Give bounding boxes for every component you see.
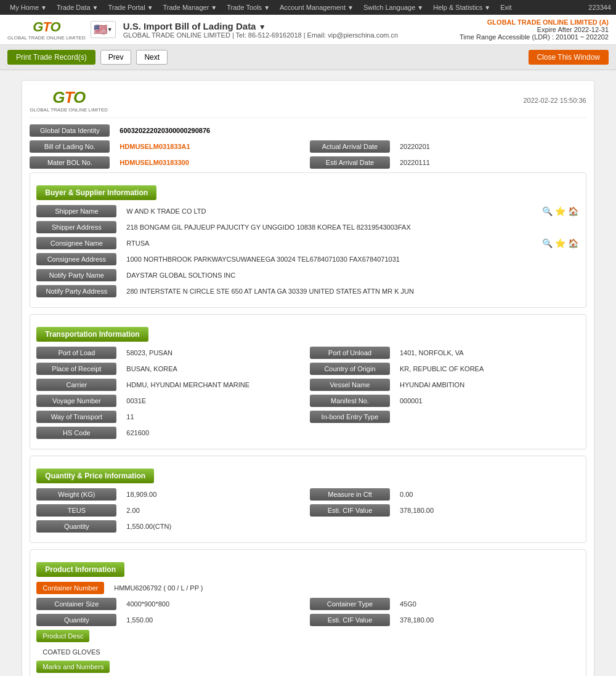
port-of-unload-pair: Port of Unload 1401, NORFOLK, VA [310, 347, 580, 359]
weight-kg-label: Weight (KG) [36, 488, 116, 501]
container-size-value: 4000*900*800 [120, 598, 306, 610]
vessel-name-label: Vessel Name [310, 379, 390, 391]
way-of-transport-label: Way of Transport [36, 411, 116, 423]
container-number-button[interactable]: Container Number [36, 582, 104, 594]
teus-cif-row: TEUS 2.00 Esti. CIF Value 378,180.00 [36, 504, 579, 517]
nav-exit[interactable]: Exit [495, 0, 516, 15]
receipt-origin-row: Place of Receipt BUSAN, KOREA Country of… [36, 363, 579, 375]
voyage-number-pair: Voyage Number 0031E [36, 395, 306, 407]
container-number-row: Container Number HMMU6206792 ( 00 / L / … [36, 582, 579, 594]
product-desc-value: COATED GLOVES [36, 646, 579, 658]
transportation-section: Transportation Information Port of Load … [30, 314, 586, 449]
port-of-load-value: 58023, PUSAN [120, 347, 306, 359]
consignee-name-field: RTUSA 🔍 ⭐ 🏠 [120, 237, 579, 249]
mater-bol-pair: Mater BOL No. HDMUSELM03183300 [30, 156, 306, 169]
product-qty-value: 1,550.00 [120, 614, 306, 626]
teus-value: 2.00 [120, 504, 306, 517]
hs-code-row: HS Code 621600 [36, 427, 579, 439]
nav-trade-portal[interactable]: Trade Portal ▼ [103, 0, 158, 15]
mater-bol-label: Mater BOL No. [30, 156, 110, 169]
consignee-name-value: RTUSA [120, 237, 540, 249]
place-of-receipt-pair: Place of Receipt BUSAN, KOREA [36, 363, 306, 375]
inbond-entry-type-pair: In-bond Entry Type [310, 411, 580, 423]
quantity-price-section: Quantity & Price Information Weight (KG)… [30, 456, 586, 543]
product-qty-label: Quantity [36, 614, 116, 626]
consignee-name-label: Consignee Name [36, 237, 116, 249]
print-button[interactable]: Print Trade Record(s) [7, 50, 95, 65]
product-desc-button[interactable]: Product Desc [36, 630, 89, 642]
nav-help-statistics[interactable]: Help & Statistics ▼ [428, 0, 495, 15]
notify-party-name-label: Notify Party Name [36, 269, 116, 281]
consignee-search-icon[interactable]: 🔍 [541, 238, 554, 248]
top-navigation: My Home ▼ Trade Data ▼ Trade Portal ▼ Tr… [0, 0, 616, 15]
actual-arrival-value: 20220201 [394, 140, 586, 153]
product-cif-label: Esti. CIF Value [310, 614, 390, 626]
header-contact: GLOBAL TRADE ONLINE LIMITED | Tel: 86-51… [123, 31, 398, 39]
page-title-area: U.S. Import Bill of Lading Data ▼ GLOBAL… [123, 21, 398, 39]
next-button[interactable]: Next [136, 50, 168, 65]
buyer-supplier-section: Buyer & Supplier Information Shipper Nam… [30, 172, 586, 308]
vessel-name-pair: Vessel Name HYUNDAI AMBITION [310, 379, 580, 391]
place-of-receipt-value: BUSAN, KOREA [120, 363, 306, 375]
user-id: 223344 [588, 4, 611, 11]
global-data-identity-row: Global Data Identity 6003202220203000002… [30, 124, 586, 137]
nav-trade-tools[interactable]: Trade Tools ▼ [222, 0, 275, 15]
country-of-origin-pair: Country of Origin KR, REPUBLIC OF KOREA [310, 363, 580, 375]
container-type-label: Container Type [310, 598, 390, 610]
way-of-transport-pair: Way of Transport 11 [36, 411, 306, 423]
notify-party-address-label: Notify Party Address [36, 285, 116, 297]
manifest-no-label: Manifest No. [310, 395, 390, 407]
transportation-header: Transportation Information [36, 327, 148, 342]
weight-kg-pair: Weight (KG) 18,909.00 [36, 488, 306, 501]
container-type-pair: Container Type 45G0 [310, 598, 580, 610]
account-company: GLOBAL TRADE ONLINE LIMITED (A) [460, 18, 609, 26]
product-desc-row: Product Desc [36, 630, 579, 642]
teus-label: TEUS [36, 504, 116, 517]
close-window-button[interactable]: Close This Window [529, 50, 609, 65]
bol-row: Bill of Lading No. HDMUSELM031833A1 Actu… [30, 140, 586, 153]
weight-measure-row: Weight (KG) 18,909.00 Measure in Cft 0.0… [36, 488, 579, 501]
consignee-address-row: Consignee Address 1000 NORTHBROOK PARKWA… [36, 253, 579, 265]
esti-arrival-value: 20220111 [394, 156, 586, 169]
marks-numbers-button[interactable]: Marks and Numbers [36, 661, 110, 673]
actual-arrival-label: Actual Arrival Date [310, 140, 390, 153]
quantity-row: Quantity 1,550.00(CTN) [36, 520, 579, 533]
content-area: GTO GLOBAL TRADE ONLINE LIMITED 2022-02-… [0, 70, 616, 676]
time-range: Time Range Accessible (LDR) : 201001 ~ 2… [460, 33, 609, 41]
prev-button[interactable]: Prev [100, 50, 132, 65]
marks-numbers-row: Marks and Numbers [36, 661, 579, 673]
nav-switch-language[interactable]: Switch Language ▼ [359, 0, 428, 15]
port-row: Port of Load 58023, PUSAN Port of Unload… [36, 347, 579, 359]
consignee-home-icon[interactable]: 🏠 [567, 238, 580, 248]
transport-inbond-row: Way of Transport 11 In-bond Entry Type [36, 411, 579, 423]
container-type-value: 45G0 [394, 598, 580, 610]
container-size-pair: Container Size 4000*900*800 [36, 598, 306, 610]
record-document: GTO GLOBAL TRADE ONLINE LIMITED 2022-02-… [22, 80, 594, 676]
product-section: Product Information Container Number HMM… [30, 549, 586, 676]
logo-area: GTO GLOBAL TRADE ONLINE LIMITED 🇺🇸 ▼ [7, 19, 116, 41]
nav-trade-data[interactable]: Trade Data ▼ [52, 0, 103, 15]
actual-arrival-pair: Actual Arrival Date 20220201 [310, 140, 586, 153]
nav-my-home[interactable]: My Home ▼ [5, 0, 52, 15]
flag-selector[interactable]: 🇺🇸 ▼ [91, 21, 116, 38]
carrier-value: HDMU, HYUNDAI MERCHANT MARINE [120, 379, 306, 391]
hs-code-label: HS Code [36, 427, 116, 439]
shipper-home-icon[interactable]: 🏠 [567, 206, 580, 216]
consignee-address-value: 1000 NORTHBROOK PARKWAYCSUWANEEGA 30024 … [120, 253, 579, 265]
shipper-name-row: Shipper Name W AND K TRADE CO LTD 🔍 ⭐ 🏠 [36, 205, 579, 217]
page-title: U.S. Import Bill of Lading Data ▼ [123, 21, 398, 31]
manifest-no-pair: Manifest No. 000001 [310, 395, 580, 407]
page-header: GTO GLOBAL TRADE ONLINE LIMITED 🇺🇸 ▼ U.S… [0, 15, 616, 45]
consignee-star-icon[interactable]: ⭐ [554, 238, 567, 248]
shipper-search-icon[interactable]: 🔍 [541, 206, 554, 216]
shipper-name-value: W AND K TRADE CO LTD [120, 205, 540, 217]
inbond-entry-type-value [394, 414, 580, 419]
quantity-price-header: Quantity & Price Information [36, 469, 154, 483]
shipper-address-value: 218 BONGAM GIL PAJUEUP PAJUCITY GY UNGGI… [120, 221, 579, 233]
measure-cft-value: 0.00 [394, 488, 580, 501]
product-header: Product Information [36, 562, 124, 577]
shipper-star-icon[interactable]: ⭐ [554, 206, 567, 216]
nav-account-management[interactable]: Account Management ▼ [275, 0, 359, 15]
nav-trade-manager[interactable]: Trade Manager ▼ [158, 0, 222, 15]
us-flag-icon: 🇺🇸 [94, 23, 107, 36]
